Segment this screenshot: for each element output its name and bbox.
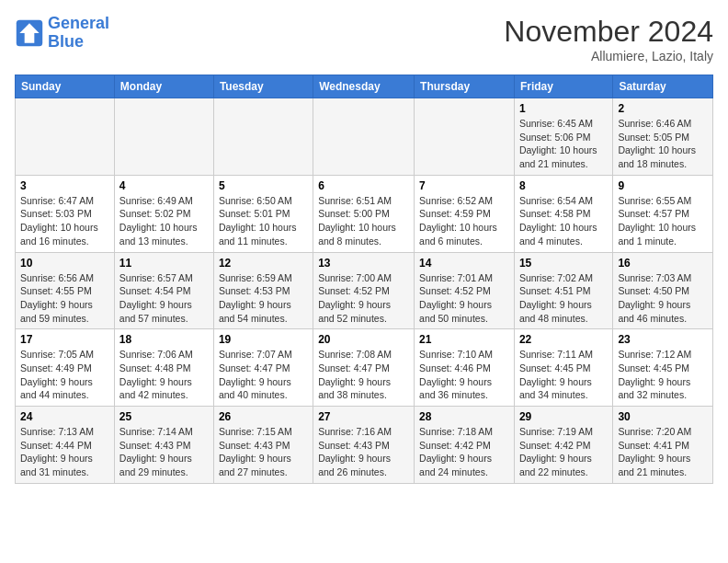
day-info: Sunrise: 7:15 AMSunset: 4:43 PMDaylight:…: [219, 425, 308, 479]
calendar-cell: 6Sunrise: 6:51 AMSunset: 5:00 PMDaylight…: [313, 175, 415, 252]
day-number: 7: [419, 179, 509, 192]
calendar-cell: 20Sunrise: 7:08 AMSunset: 4:47 PMDayligh…: [313, 329, 415, 407]
weekday-header: Tuesday: [213, 75, 313, 98]
calendar-cell: 15Sunrise: 7:02 AMSunset: 4:51 PMDayligh…: [514, 252, 612, 329]
day-info: Sunrise: 7:14 AMSunset: 4:43 PMDaylight:…: [119, 425, 209, 479]
day-number: 15: [519, 257, 608, 270]
day-info: Sunrise: 7:08 AMSunset: 4:47 PMDaylight:…: [318, 348, 409, 402]
calendar-cell: 23Sunrise: 7:12 AMSunset: 4:45 PMDayligh…: [613, 329, 713, 407]
day-number: 10: [20, 257, 109, 270]
calendar-cell: [415, 98, 515, 176]
day-info: Sunrise: 7:06 AMSunset: 4:48 PMDaylight:…: [119, 348, 209, 402]
day-number: 19: [219, 333, 308, 346]
day-number: 6: [318, 179, 409, 192]
day-number: 18: [119, 333, 209, 346]
day-number: 17: [20, 333, 109, 346]
location: Allumiere, Lazio, Italy: [504, 49, 713, 63]
calendar-cell: 9Sunrise: 6:55 AMSunset: 4:57 PMDaylight…: [613, 175, 713, 252]
day-number: 12: [219, 257, 308, 270]
logo: General Blue: [15, 15, 109, 52]
calendar-cell: 11Sunrise: 6:57 AMSunset: 4:54 PMDayligh…: [114, 252, 213, 329]
day-number: 8: [519, 179, 608, 192]
weekday-header: Sunday: [16, 75, 115, 98]
logo-icon: [15, 18, 44, 48]
day-info: Sunrise: 6:47 AMSunset: 5:03 PMDaylight:…: [20, 194, 109, 248]
calendar-cell: 3Sunrise: 6:47 AMSunset: 5:03 PMDaylight…: [16, 175, 115, 252]
calendar-cell: 12Sunrise: 6:59 AMSunset: 4:53 PMDayligh…: [213, 252, 313, 329]
day-info: Sunrise: 7:00 AMSunset: 4:52 PMDaylight:…: [318, 271, 409, 326]
calendar-cell: 24Sunrise: 7:13 AMSunset: 4:44 PMDayligh…: [16, 407, 115, 484]
day-number: 28: [419, 410, 509, 423]
calendar-cell: 25Sunrise: 7:14 AMSunset: 4:43 PMDayligh…: [114, 407, 213, 484]
calendar-cell: 29Sunrise: 7:19 AMSunset: 4:42 PMDayligh…: [514, 407, 612, 484]
calendar-cell: 4Sunrise: 6:49 AMSunset: 5:02 PMDaylight…: [114, 175, 213, 252]
weekday-header: Monday: [114, 75, 213, 98]
day-number: 24: [20, 410, 109, 423]
day-number: 4: [119, 179, 209, 192]
day-number: 5: [219, 179, 308, 192]
day-info: Sunrise: 6:56 AMSunset: 4:55 PMDaylight:…: [20, 271, 109, 326]
calendar-cell: 5Sunrise: 6:50 AMSunset: 5:01 PMDaylight…: [213, 175, 313, 252]
calendar-cell: [213, 98, 313, 176]
day-number: 16: [618, 257, 708, 270]
logo-text: General Blue: [48, 15, 109, 52]
calendar-cell: 14Sunrise: 7:01 AMSunset: 4:52 PMDayligh…: [415, 252, 515, 329]
day-number: 11: [119, 257, 209, 270]
calendar-cell: [16, 98, 115, 176]
day-info: Sunrise: 6:57 AMSunset: 4:54 PMDaylight:…: [119, 271, 209, 326]
day-number: 29: [519, 410, 608, 423]
day-info: Sunrise: 7:02 AMSunset: 4:51 PMDaylight:…: [519, 271, 608, 326]
calendar-table: SundayMondayTuesdayWednesdayThursdayFrid…: [15, 75, 713, 484]
day-number: 23: [618, 333, 708, 346]
calendar-cell: [114, 98, 213, 176]
day-number: 9: [618, 179, 708, 192]
day-number: 20: [318, 333, 409, 346]
day-info: Sunrise: 7:20 AMSunset: 4:41 PMDaylight:…: [618, 425, 708, 479]
day-info: Sunrise: 6:45 AMSunset: 5:06 PMDaylight:…: [519, 117, 608, 171]
weekday-header: Thursday: [415, 75, 515, 98]
day-info: Sunrise: 7:11 AMSunset: 4:45 PMDaylight:…: [519, 348, 608, 402]
day-number: 27: [318, 410, 409, 423]
day-info: Sunrise: 7:03 AMSunset: 4:50 PMDaylight:…: [618, 271, 708, 326]
day-info: Sunrise: 7:19 AMSunset: 4:42 PMDaylight:…: [519, 425, 608, 479]
calendar-cell: 17Sunrise: 7:05 AMSunset: 4:49 PMDayligh…: [16, 329, 115, 407]
day-info: Sunrise: 6:50 AMSunset: 5:01 PMDaylight:…: [219, 194, 308, 248]
day-info: Sunrise: 6:46 AMSunset: 5:05 PMDaylight:…: [618, 117, 708, 171]
calendar-cell: [313, 98, 415, 176]
weekday-header: Saturday: [613, 75, 713, 98]
calendar-cell: 1Sunrise: 6:45 AMSunset: 5:06 PMDaylight…: [514, 98, 612, 176]
logo-line1: General: [48, 14, 109, 32]
day-number: 25: [119, 410, 209, 423]
day-number: 14: [419, 257, 509, 270]
day-info: Sunrise: 7:05 AMSunset: 4:49 PMDaylight:…: [20, 348, 109, 402]
day-info: Sunrise: 7:07 AMSunset: 4:47 PMDaylight:…: [219, 348, 308, 402]
logo-line2: Blue: [48, 32, 84, 51]
weekday-header: Wednesday: [313, 75, 415, 98]
day-number: 1: [519, 102, 608, 115]
calendar-cell: 27Sunrise: 7:16 AMSunset: 4:43 PMDayligh…: [313, 407, 415, 484]
day-info: Sunrise: 7:18 AMSunset: 4:42 PMDaylight:…: [419, 425, 509, 479]
day-info: Sunrise: 7:01 AMSunset: 4:52 PMDaylight:…: [419, 271, 509, 326]
day-info: Sunrise: 6:55 AMSunset: 4:57 PMDaylight:…: [618, 194, 708, 248]
day-info: Sunrise: 6:51 AMSunset: 5:00 PMDaylight:…: [318, 194, 409, 248]
day-info: Sunrise: 6:59 AMSunset: 4:53 PMDaylight:…: [219, 271, 308, 326]
calendar-cell: 13Sunrise: 7:00 AMSunset: 4:52 PMDayligh…: [313, 252, 415, 329]
calendar-cell: 21Sunrise: 7:10 AMSunset: 4:46 PMDayligh…: [415, 329, 515, 407]
day-number: 21: [419, 333, 509, 346]
month-title: November 2024: [504, 15, 713, 49]
calendar-cell: 26Sunrise: 7:15 AMSunset: 4:43 PMDayligh…: [213, 407, 313, 484]
day-number: 26: [219, 410, 308, 423]
day-info: Sunrise: 6:49 AMSunset: 5:02 PMDaylight:…: [119, 194, 209, 248]
day-number: 13: [318, 257, 409, 270]
page-header: General Blue November 2024 Allumiere, La…: [15, 15, 713, 63]
day-number: 3: [20, 179, 109, 192]
day-number: 22: [519, 333, 608, 346]
day-number: 2: [618, 102, 708, 115]
calendar-cell: 10Sunrise: 6:56 AMSunset: 4:55 PMDayligh…: [16, 252, 115, 329]
calendar-cell: 2Sunrise: 6:46 AMSunset: 5:05 PMDaylight…: [613, 98, 713, 176]
day-info: Sunrise: 6:54 AMSunset: 4:58 PMDaylight:…: [519, 194, 608, 248]
calendar-cell: 18Sunrise: 7:06 AMSunset: 4:48 PMDayligh…: [114, 329, 213, 407]
calendar-cell: 7Sunrise: 6:52 AMSunset: 4:59 PMDaylight…: [415, 175, 515, 252]
calendar-cell: 22Sunrise: 7:11 AMSunset: 4:45 PMDayligh…: [514, 329, 612, 407]
day-info: Sunrise: 7:13 AMSunset: 4:44 PMDaylight:…: [20, 425, 109, 479]
